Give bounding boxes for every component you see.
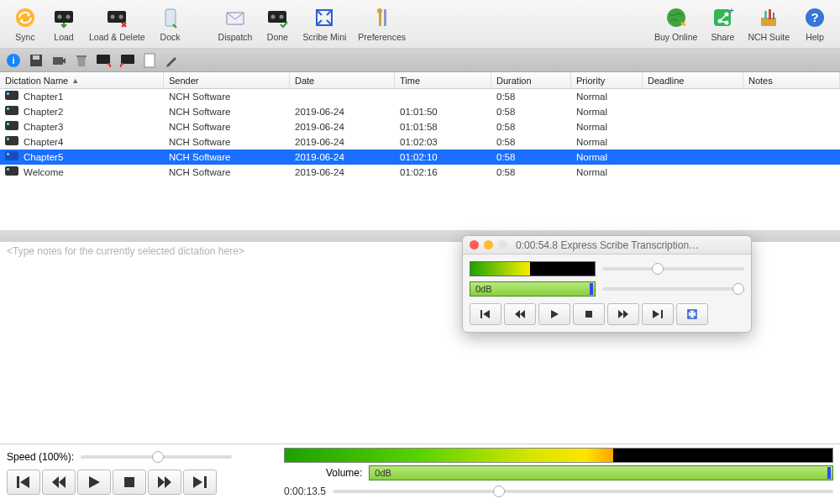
sub-toolbar: i — [0, 49, 840, 72]
cassette-undo-icon[interactable] — [94, 51, 114, 70]
col-notes[interactable]: Notes — [743, 72, 840, 88]
mini-volume-bar: 0dB — [470, 281, 596, 297]
file-icon — [5, 106, 18, 115]
dispatch-button[interactable]: Dispatch — [213, 3, 258, 44]
load-delete-button[interactable]: Load & Delete — [84, 3, 150, 44]
time-label: 0:00:13.5 — [284, 486, 326, 497]
skip-end-button[interactable] — [183, 470, 217, 495]
table-row[interactable]: WelcomeNCH Software2019-06-2401:02:160:5… — [0, 165, 840, 180]
svg-rect-1 — [55, 11, 73, 23]
col-priority[interactable]: Priority — [571, 72, 643, 88]
svg-rect-24 — [769, 9, 771, 19]
buy-online-button[interactable]: Buy Online — [649, 3, 702, 44]
position-thumb[interactable] — [493, 486, 505, 497]
mini-volume-slider[interactable] — [602, 287, 744, 291]
share-button[interactable]: + Share — [704, 3, 741, 44]
load-button[interactable]: Load — [45, 3, 82, 44]
col-time[interactable]: Time — [395, 72, 491, 88]
table-row[interactable]: Chapter5NCH Software2019-06-2401:02:100:… — [0, 150, 840, 165]
column-headers: Dictation Name▲ Sender Date Time Duratio… — [0, 72, 840, 89]
mini-skip-start-button[interactable] — [470, 303, 501, 325]
main-toolbar: Sync Load Load & Delete Dock Dispatch Do… — [0, 0, 840, 49]
svg-point-0 — [16, 8, 34, 27]
volume-label: Volume: — [326, 467, 362, 479]
table-row[interactable]: Chapter4NCH Software2019-06-2401:02:030:… — [0, 134, 840, 150]
position-slider[interactable] — [333, 490, 833, 493]
svg-rect-36 — [144, 54, 155, 67]
minimize-icon[interactable] — [484, 240, 493, 249]
mini-position-thumb[interactable] — [652, 263, 664, 275]
col-duration[interactable]: Duration — [491, 72, 571, 88]
speed-slider[interactable] — [81, 455, 232, 459]
mini-skip-end-button[interactable] — [642, 303, 674, 325]
table-row[interactable]: Chapter3NCH Software2019-06-2401:01:580:… — [0, 119, 840, 134]
svg-point-11 — [280, 15, 284, 19]
close-icon[interactable] — [470, 240, 479, 249]
mini-volume-thumb[interactable] — [732, 283, 744, 295]
mini-transport — [470, 303, 744, 325]
scribe-mini-button[interactable]: Scribe Mini — [297, 3, 351, 44]
bottom-panel: Speed (100%): Volume: 0dB 0:00:13.5 — [0, 444, 840, 504]
svg-rect-4 — [108, 11, 126, 23]
svg-rect-32 — [53, 57, 63, 65]
svg-rect-38 — [124, 477, 134, 487]
rewind-button[interactable] — [42, 470, 76, 495]
table-row[interactable]: Chapter1NCH Software0:58Normal — [0, 89, 840, 104]
mini-window[interactable]: 0:00:54.8 Express Scribe Transcription… … — [462, 235, 752, 333]
mini-expand-button[interactable] — [676, 303, 708, 325]
camera-icon[interactable] — [49, 51, 69, 70]
done-button[interactable]: Done — [259, 3, 296, 44]
svg-rect-34 — [97, 55, 110, 64]
nch-suite-button[interactable]: NCH Suite — [743, 3, 795, 44]
svg-point-2 — [58, 15, 62, 19]
info-icon[interactable]: i — [3, 51, 24, 70]
file-icon — [5, 151, 18, 160]
col-name[interactable]: Dictation Name▲ — [0, 72, 164, 88]
file-icon — [5, 136, 18, 145]
sync-button[interactable]: Sync — [7, 3, 44, 44]
trash-icon[interactable] — [71, 51, 92, 70]
mini-rewind-button[interactable] — [504, 303, 536, 325]
mini-stop-button[interactable] — [573, 303, 605, 325]
svg-rect-31 — [33, 55, 39, 60]
stop-button[interactable] — [113, 470, 146, 495]
col-date[interactable]: Date — [290, 72, 395, 88]
file-icon — [5, 121, 18, 130]
col-sender[interactable]: Sender — [164, 72, 290, 88]
mini-titlebar[interactable]: 0:00:54.8 Express Scribe Transcription… — [463, 236, 751, 255]
skip-start-button[interactable] — [7, 470, 40, 495]
dock-button[interactable]: Dock — [152, 3, 189, 44]
envelope-icon — [223, 5, 248, 30]
file-icon — [5, 166, 18, 176]
svg-rect-23 — [764, 11, 767, 19]
svg-rect-41 — [585, 311, 592, 318]
help-icon: ? — [802, 5, 827, 30]
cassette-redo-icon[interactable] — [117, 51, 137, 70]
edit-icon[interactable] — [162, 51, 182, 70]
mini-title-text: 0:00:54.8 Express Scribe Transcription… — [516, 239, 699, 251]
svg-point-15 — [377, 8, 382, 13]
svg-point-6 — [119, 15, 123, 19]
preferences-button[interactable]: Preferences — [353, 3, 411, 44]
volume-bar: 0dB — [369, 465, 833, 480]
col-deadline[interactable]: Deadline — [643, 72, 743, 88]
speed-label: Speed (100%): — [7, 451, 74, 463]
cassette-delete-icon — [104, 5, 129, 30]
play-button[interactable] — [77, 470, 111, 495]
mini-position-slider[interactable] — [602, 267, 744, 270]
cassette-down-icon — [51, 5, 76, 30]
svg-rect-9 — [268, 11, 286, 23]
mini-play-button[interactable] — [538, 303, 570, 325]
mini-forward-button[interactable] — [607, 303, 639, 325]
sync-icon — [13, 5, 38, 30]
table-row[interactable]: Chapter2NCH Software2019-06-2401:01:500:… — [0, 104, 840, 119]
save-icon[interactable] — [26, 51, 46, 70]
share-icon: + — [710, 5, 735, 30]
help-button[interactable]: ? Help — [796, 3, 833, 44]
speed-thumb[interactable] — [152, 451, 164, 463]
forward-button[interactable] — [148, 470, 181, 495]
svg-rect-14 — [384, 9, 386, 26]
svg-rect-42 — [661, 310, 663, 318]
zoom-icon[interactable] — [498, 240, 507, 249]
page-icon[interactable] — [139, 51, 160, 70]
